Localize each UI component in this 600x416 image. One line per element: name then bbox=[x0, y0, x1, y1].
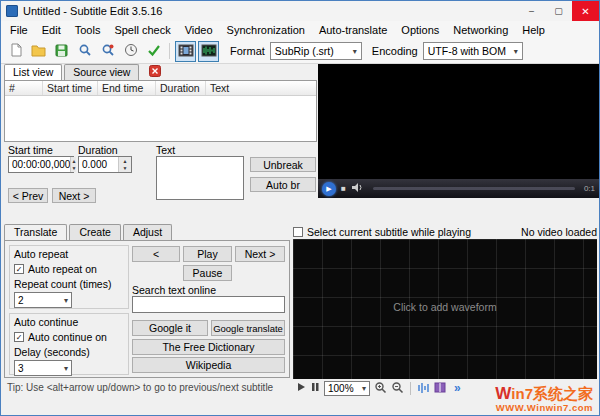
scroll-right-button[interactable]: » bbox=[454, 381, 461, 395]
toggle-waveform-button[interactable] bbox=[198, 41, 219, 62]
tab-translate[interactable]: Translate bbox=[4, 224, 67, 240]
column-header-duration[interactable]: Duration bbox=[156, 81, 206, 95]
maximize-button[interactable]: ▢ bbox=[545, 1, 572, 21]
auto-repeat-checkbox[interactable] bbox=[14, 264, 24, 274]
find-button[interactable] bbox=[74, 41, 95, 62]
repeat-count-select[interactable]: 2 bbox=[14, 292, 72, 308]
menu-help[interactable]: Help bbox=[515, 23, 552, 37]
search-text-input[interactable] bbox=[132, 296, 285, 313]
google-translate-button[interactable]: Google translate bbox=[211, 320, 285, 336]
format-label: Format bbox=[230, 45, 265, 57]
column-header-end-time[interactable]: End time bbox=[98, 81, 156, 95]
spinner-arrows-icon[interactable] bbox=[118, 157, 131, 172]
column-header-start-time[interactable]: Start time bbox=[43, 81, 98, 95]
next-button[interactable]: Next > bbox=[235, 246, 285, 262]
video-stop-button[interactable]: ■ bbox=[341, 184, 346, 193]
minimize-button[interactable]: – bbox=[518, 1, 545, 21]
wikipedia-button[interactable]: Wikipedia bbox=[132, 357, 285, 373]
zoom-in-button[interactable] bbox=[374, 381, 387, 396]
auto-continue-checkbox-row[interactable]: Auto continue on bbox=[14, 331, 124, 343]
column-header-text[interactable]: Text bbox=[206, 81, 316, 95]
subtitle-editor: Start time Duration Text 00:00:00,000 0.… bbox=[4, 144, 317, 204]
mode-panel: Translate Create Adjust Auto repeat Auto… bbox=[4, 224, 290, 378]
tab-adjust[interactable]: Adjust bbox=[123, 224, 172, 240]
subtitle-text-area[interactable] bbox=[156, 156, 244, 200]
main-area: List view Source view # Start time End t… bbox=[1, 64, 599, 415]
back-button[interactable]: < bbox=[132, 246, 180, 262]
pause-button[interactable]: Pause bbox=[183, 265, 232, 281]
menu-file[interactable]: File bbox=[3, 23, 35, 37]
google-it-button[interactable]: Google it bbox=[132, 320, 208, 336]
auto-continue-group: Auto continue Auto continue on Delay (se… bbox=[9, 313, 129, 375]
waveform-play-button[interactable] bbox=[296, 382, 306, 394]
title-bar[interactable]: Untitled - Subtitle Edit 3.5.16 – ▢ ✕ bbox=[1, 1, 599, 21]
waveform-panel: Select current subtitle while playing No… bbox=[293, 224, 597, 397]
waveform-placeholder[interactable]: Click to add waveform bbox=[293, 301, 597, 313]
translate-panel: Auto repeat Auto repeat on Repeat count … bbox=[4, 240, 290, 378]
subtitle-table[interactable]: # Start time End time Duration Text bbox=[4, 80, 317, 142]
repeat-count-value: 2 bbox=[18, 295, 24, 306]
tab-source-view[interactable]: Source view bbox=[64, 64, 139, 80]
subtitle-table-body[interactable] bbox=[5, 96, 316, 141]
menu-tools[interactable]: Tools bbox=[68, 23, 108, 37]
menu-auto-translate[interactable]: Auto-translate bbox=[312, 23, 394, 37]
format-dropdown[interactable]: SubRip (.srt) bbox=[270, 42, 362, 60]
video-film-icon bbox=[178, 44, 194, 59]
auto-continue-title: Auto continue bbox=[14, 316, 124, 328]
watermark-url: WWW.Winwin7.com bbox=[495, 403, 593, 413]
spell-check-button[interactable] bbox=[143, 41, 164, 62]
duration-spinner[interactable]: 0.000 bbox=[78, 156, 132, 173]
delay-value: 3 bbox=[18, 363, 24, 374]
prev-subtitle-button[interactable]: < Prev bbox=[8, 188, 48, 203]
select-current-subtitle-checkbox[interactable] bbox=[293, 227, 303, 237]
start-time-value: 00:00:00,000 bbox=[12, 159, 70, 170]
list-source-tabs: List view Source view bbox=[4, 64, 317, 80]
show-waveform-button[interactable] bbox=[417, 381, 430, 395]
next-subtitle-button[interactable]: Next > bbox=[52, 188, 96, 203]
new-file-button[interactable] bbox=[5, 41, 26, 62]
save-button[interactable] bbox=[51, 41, 72, 62]
toggle-video-button[interactable] bbox=[175, 41, 196, 62]
video-seek-bar[interactable] bbox=[373, 187, 575, 190]
subtitle-edit-window: Untitled - Subtitle Edit 3.5.16 – ▢ ✕ Fi… bbox=[0, 0, 600, 416]
delay-select[interactable]: 3 bbox=[14, 360, 72, 376]
replace-button[interactable] bbox=[97, 41, 118, 62]
menu-video[interactable]: Video bbox=[178, 23, 220, 37]
waveform-pause-button[interactable] bbox=[310, 382, 320, 394]
spinner-arrows-icon[interactable] bbox=[70, 157, 76, 172]
open-file-button[interactable] bbox=[28, 41, 49, 62]
auto-br-button[interactable]: Auto br bbox=[250, 177, 316, 192]
start-time-spinner[interactable]: 00:00:00,000 bbox=[8, 156, 74, 173]
free-dictionary-button[interactable]: The Free Dictionary bbox=[132, 339, 285, 355]
menu-networking[interactable]: Networking bbox=[446, 23, 515, 37]
waveform-icon bbox=[201, 44, 217, 59]
waveform-area[interactable]: Click to add waveform bbox=[293, 239, 597, 379]
close-button[interactable]: ✕ bbox=[572, 1, 599, 21]
tab-create[interactable]: Create bbox=[69, 224, 121, 240]
menu-edit[interactable]: Edit bbox=[35, 23, 68, 37]
video-play-button[interactable]: ▶ bbox=[322, 182, 336, 196]
find-icon bbox=[78, 43, 92, 59]
video-player[interactable]: ▶ ■ 0:1 bbox=[318, 64, 599, 198]
auto-repeat-group: Auto repeat Auto repeat on Repeat count … bbox=[9, 245, 129, 309]
waveform-header: Select current subtitle while playing No… bbox=[293, 224, 597, 239]
tab-list-view[interactable]: List view bbox=[4, 64, 62, 80]
menu-spell-check[interactable]: Spell check bbox=[107, 23, 177, 37]
waveform-zoom-select[interactable]: 100% bbox=[324, 381, 370, 396]
unbreak-button[interactable]: Unbreak bbox=[250, 157, 316, 172]
video-mute-button[interactable] bbox=[351, 182, 364, 195]
auto-repeat-checkbox-row[interactable]: Auto repeat on bbox=[14, 263, 124, 275]
play-button[interactable]: Play bbox=[183, 246, 232, 262]
encoding-dropdown[interactable]: UTF-8 with BOM bbox=[423, 42, 523, 60]
menu-synchronization[interactable]: Synchronization bbox=[220, 23, 312, 37]
visual-sync-button[interactable] bbox=[120, 41, 141, 62]
text-label: Text bbox=[156, 144, 175, 156]
auto-continue-checkbox[interactable] bbox=[14, 332, 24, 342]
menu-options[interactable]: Options bbox=[394, 23, 446, 37]
column-header-number[interactable]: # bbox=[5, 81, 43, 95]
zoom-out-button[interactable] bbox=[391, 381, 404, 396]
show-spectrogram-button[interactable] bbox=[434, 381, 446, 395]
pause-icon bbox=[310, 382, 320, 394]
window-title: Untitled - Subtitle Edit 3.5.16 bbox=[23, 5, 162, 17]
delete-lines-button[interactable] bbox=[149, 65, 161, 79]
